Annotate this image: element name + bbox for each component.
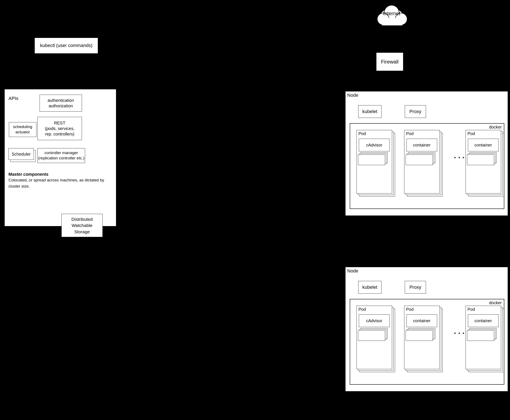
scheduling-actuator-box: scheduling actuator [9, 122, 37, 137]
master-note1: Master components [8, 172, 48, 177]
master-components-box: APIs authentication authorization REST (… [4, 89, 116, 226]
pod2-label: Pod [406, 131, 414, 136]
kubelet2-box: kubelet [358, 281, 382, 294]
container1-box: container [406, 139, 437, 151]
kubelet2-label: kubelet [362, 284, 377, 290]
container4-box: container [468, 314, 499, 327]
node1-container: Node kubelet Proxy docker Pod cAdviso [345, 91, 508, 216]
pod3-stack: Pod container [465, 130, 508, 202]
node2-container: Node kubelet Proxy docker Pod cAdvisor [345, 267, 508, 392]
pod4-stack: Pod cAdvisor [357, 306, 397, 378]
cadvisor2-box: cAdvisor [359, 314, 390, 327]
docker2-inner: docker Pod cAdvisor [350, 299, 504, 385]
pod3-label: Pod [467, 131, 475, 136]
pod2-stack: Pod container [404, 130, 446, 202]
auth-label: authentication authorization [48, 98, 74, 109]
rest-label: REST (pods, services, rep. controllers) [45, 120, 75, 137]
docker1-inner: docker Pod cAdvisor [350, 123, 504, 209]
distributed-storage-box: Distributed Watchable Storage [61, 214, 103, 237]
cadvisor2-label: cAdvisor [366, 318, 382, 323]
distributed-storage-label: Distributed Watchable Storage [71, 216, 92, 235]
proxy1-box: Proxy [405, 105, 426, 118]
kubectl-box: kubectl (user commands) [35, 38, 98, 53]
internet-cloud: Internet [370, 2, 413, 30]
apis-label: APIs [8, 96, 18, 101]
proxy1-label: Proxy [409, 109, 421, 115]
container2-box: container [468, 139, 499, 151]
container4-label: container [474, 318, 492, 323]
controller-manager-box: controller manager (replication controll… [38, 148, 85, 163]
node1-label: Node [347, 92, 358, 98]
svg-rect-28 [382, 18, 402, 25]
pod6-stack: Pod container [465, 306, 508, 378]
etcd-note: (implemented via etcd) [58, 239, 101, 244]
kubectl-label: kubectl (user commands) [40, 43, 92, 49]
kubelet1-box: kubelet [358, 105, 382, 118]
container3-label: container [413, 318, 430, 323]
diagram-area: Internet Firewall kubectl (user commands… [0, 0, 510, 420]
cadvisor1-box: cAdvisor [359, 139, 390, 151]
scheduler-box-front: Scheduler [8, 148, 34, 160]
cadvisor1-label: cAdvisor [366, 142, 382, 148]
pod1-stack: Pod cAdvisor [357, 130, 397, 202]
pod6-label: Pod [467, 307, 475, 312]
internet-label: Internet [370, 11, 413, 16]
pod5-stack: Pod container [404, 306, 446, 378]
container3-box: container [406, 314, 437, 327]
scheduler2-label: Scheduler [12, 151, 31, 157]
pod4-label: Pod [358, 307, 366, 312]
kubelet1-label: kubelet [362, 109, 377, 115]
proxy2-box: Proxy [405, 281, 426, 294]
dots1: · · · [454, 153, 465, 162]
auth-box: authentication authorization [40, 95, 82, 112]
pod5-label: Pod [406, 307, 414, 312]
docker2-label: docker [489, 300, 502, 305]
rest-box: REST (pods, services, rep. controllers) [38, 117, 82, 140]
master-note2: Colocated, or spread across machines, as… [8, 177, 116, 189]
container1-label: container [413, 142, 430, 148]
firewall-box: Firewall [376, 52, 403, 71]
pod1-label: Pod [358, 131, 366, 136]
scheduling-actuator-label: scheduling actuator [13, 124, 32, 135]
firewall-label: Firewall [381, 59, 399, 65]
proxy2-label: Proxy [409, 284, 421, 290]
docker1-label: docker [489, 125, 502, 130]
container2-label: container [474, 142, 492, 148]
controller-manager-label: controller manager (replication controll… [38, 150, 84, 161]
node2-label: Node [347, 268, 358, 274]
dots2: · · · [454, 329, 465, 338]
